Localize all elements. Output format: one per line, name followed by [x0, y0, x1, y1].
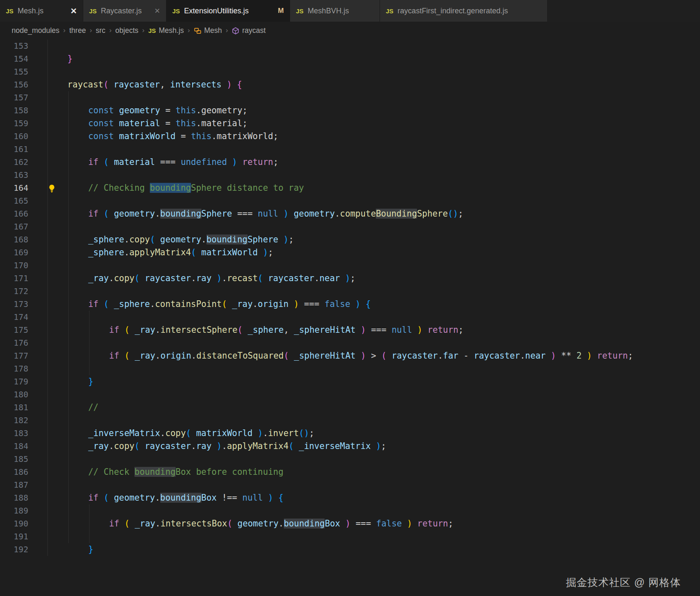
line-number[interactable]: 157 [0, 91, 28, 104]
line-number[interactable]: 182 [0, 414, 28, 427]
line-number[interactable]: 174 [0, 311, 28, 324]
code-line-155[interactable]: 155 [0, 65, 700, 78]
line-number[interactable]: 176 [0, 337, 28, 349]
code-line-187[interactable]: 187 [0, 479, 700, 491]
breadcrumb-item-objects[interactable]: objects [115, 26, 138, 35]
line-number[interactable]: 175 [0, 324, 28, 337]
code-line-171[interactable]: 171_ray.copy( raycaster.ray ).recast( ra… [0, 272, 700, 285]
line-number[interactable]: 172 [0, 285, 28, 298]
breadcrumb-item-mesh[interactable]: Mesh [194, 26, 222, 35]
tab-label: ExtensionUtilities.js [184, 7, 248, 15]
line-number[interactable]: 192 [0, 543, 28, 556]
tab-raycastfirst-indirect-generated-js[interactable]: JSraycastFirst_indirect.generated.js [380, 0, 548, 22]
line-number[interactable]: 178 [0, 362, 28, 375]
line-number[interactable]: 165 [0, 195, 28, 207]
code-line-183[interactable]: 183_inverseMatrix.copy( matrixWorld ).in… [0, 427, 700, 440]
line-number[interactable]: 181 [0, 401, 28, 414]
lightbulb-icon[interactable] [47, 184, 56, 192]
code-line-177[interactable]: 177if ( _ray.origin.distanceToSquared( _… [0, 349, 700, 362]
code-line-157[interactable]: 157 [0, 91, 700, 104]
line-number[interactable]: 179 [0, 375, 28, 388]
line-number[interactable]: 184 [0, 440, 28, 453]
line-number[interactable]: 154 [0, 52, 28, 65]
code-line-182[interactable]: 182 [0, 414, 700, 427]
code-line-180[interactable]: 180 [0, 388, 700, 401]
code-line-176[interactable]: 176 [0, 337, 700, 349]
line-number[interactable]: 153 [0, 40, 28, 52]
code-line-181[interactable]: 181// [0, 401, 700, 414]
code-line-163[interactable]: 163 [0, 169, 700, 182]
line-number[interactable]: 187 [0, 479, 28, 491]
line-number[interactable]: 183 [0, 427, 28, 440]
tab-meshbvh-js[interactable]: JSMeshBVH.js [290, 0, 380, 22]
line-number[interactable]: 188 [0, 491, 28, 504]
code-line-184[interactable]: 184_ray.copy( raycaster.ray ).applyMatri… [0, 440, 700, 453]
line-number[interactable]: 185 [0, 453, 28, 466]
code-line-192[interactable]: 192} [0, 543, 700, 556]
tab-raycaster-js[interactable]: JSRaycaster.js✕ [83, 0, 166, 22]
line-number[interactable]: 167 [0, 220, 28, 233]
code-line-172[interactable]: 172 [0, 285, 700, 298]
code-editor[interactable]: 153154}155156raycast( raycaster, interse… [0, 40, 700, 596]
line-number[interactable]: 156 [0, 78, 28, 91]
line-number[interactable]: 170 [0, 259, 28, 272]
code-line-161[interactable]: 161 [0, 143, 700, 156]
code-line-173[interactable]: 173if ( _sphere.containsPoint( _ray.orig… [0, 298, 700, 311]
line-number[interactable]: 191 [0, 530, 28, 543]
line-number[interactable]: 162 [0, 156, 28, 169]
breadcrumb-item-three[interactable]: three [69, 26, 86, 35]
code-line-179[interactable]: 179} [0, 375, 700, 388]
code-line-190[interactable]: 190if ( _ray.intersectsBox( geometry.bou… [0, 517, 700, 530]
line-number[interactable]: 158 [0, 104, 28, 117]
line-number[interactable]: 169 [0, 246, 28, 259]
line-number[interactable]: 166 [0, 207, 28, 220]
code-line-186[interactable]: 186// Check boundingBox before continuin… [0, 466, 700, 479]
code-line-162[interactable]: 162if ( material === undefined ) return; [0, 156, 700, 169]
line-number[interactable]: 190 [0, 517, 28, 530]
tab-mesh-js[interactable]: JSMesh.js✕ [0, 0, 83, 22]
code-line-154[interactable]: 154} [0, 52, 700, 65]
line-number[interactable]: 164 [0, 182, 28, 195]
line-number[interactable]: 159 [0, 117, 28, 130]
code-line-160[interactable]: 160const matrixWorld = this.matrixWorld; [0, 130, 700, 143]
close-icon[interactable]: ✕ [66, 6, 77, 16]
code-line-159[interactable]: 159const material = this.material; [0, 117, 700, 130]
code-line-178[interactable]: 178 [0, 362, 700, 375]
code-line-167[interactable]: 167 [0, 220, 700, 233]
line-number[interactable]: 163 [0, 169, 28, 182]
code-line-170[interactable]: 170 [0, 259, 700, 272]
code-line-158[interactable]: 158const geometry = this.geometry; [0, 104, 700, 117]
breadcrumb-item-src[interactable]: src [96, 26, 105, 35]
breadcrumb-item-mesh-js[interactable]: JSMesh.js [148, 26, 184, 35]
line-number[interactable]: 186 [0, 466, 28, 479]
code-line-189[interactable]: 189 [0, 504, 700, 517]
line-number[interactable]: 161 [0, 143, 28, 156]
code-line-174[interactable]: 174 [0, 311, 700, 324]
code-line-169[interactable]: 169_sphere.applyMatrix4( matrixWorld ); [0, 246, 700, 259]
code-line-165[interactable]: 165 [0, 195, 700, 207]
code-line-166[interactable]: 166if ( geometry.boundingSphere === null… [0, 207, 700, 220]
code-line-153[interactable]: 153 [0, 40, 700, 52]
method-symbol-icon [232, 27, 239, 35]
code-line-168[interactable]: 168_sphere.copy( geometry.boundingSphere… [0, 233, 700, 246]
line-number[interactable]: 168 [0, 233, 28, 246]
code-line-164[interactable]: 164// Checking boundingSphere distance t… [0, 182, 700, 195]
code-line-185[interactable]: 185 [0, 453, 700, 466]
line-number[interactable]: 189 [0, 504, 28, 517]
line-number[interactable]: 160 [0, 130, 28, 143]
tab-extensionutilities-js[interactable]: JSExtensionUtilities.jsM [166, 0, 290, 22]
line-number[interactable]: 155 [0, 65, 28, 78]
code-line-191[interactable]: 191 [0, 530, 700, 543]
code-line-188[interactable]: 188if ( geometry.boundingBox !== null ) … [0, 491, 700, 504]
breadcrumb-item-raycast[interactable]: raycast [232, 26, 266, 35]
code-line-175[interactable]: 175if ( _ray.intersectSphere( _sphere, _… [0, 324, 700, 337]
chevron-right-icon: › [188, 26, 190, 35]
line-number[interactable]: 177 [0, 349, 28, 362]
code-line-156[interactable]: 156raycast( raycaster, intersects ) { [0, 78, 700, 91]
line-number[interactable]: 171 [0, 272, 28, 285]
breadcrumb-item-node-modules[interactable]: node_modules [12, 26, 60, 35]
close-icon[interactable]: ✕ [150, 7, 160, 15]
line-number[interactable]: 180 [0, 388, 28, 401]
line-number[interactable]: 173 [0, 298, 28, 311]
js-file-icon: JS [172, 7, 180, 15]
